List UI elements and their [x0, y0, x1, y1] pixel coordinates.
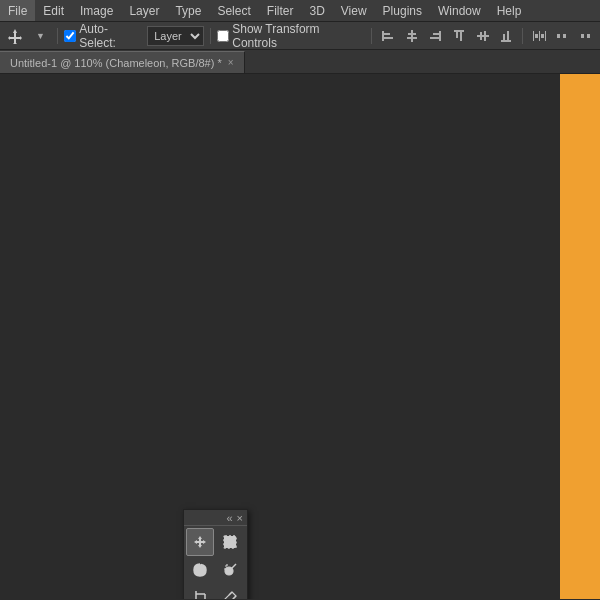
svg-rect-11 [456, 32, 458, 38]
options-bar: ▼ Auto-Select: Layer Group Show Transfor… [0, 22, 600, 50]
canvas-orange [560, 74, 600, 599]
options-sep-1 [57, 28, 58, 44]
svg-rect-26 [581, 34, 584, 38]
menu-image[interactable]: Image [72, 0, 121, 21]
align-right-edges-btn[interactable] [425, 26, 445, 46]
menu-window[interactable]: Window [430, 0, 489, 21]
svg-rect-6 [407, 37, 417, 39]
options-move-icon[interactable] [4, 25, 26, 47]
tab-label: Untitled-1 @ 110% (Chameleon, RGB/8#) * [10, 57, 222, 69]
svg-rect-18 [507, 31, 509, 40]
menu-file[interactable]: File [0, 0, 35, 21]
svg-rect-12 [460, 32, 462, 41]
options-sep-2 [210, 28, 211, 44]
distribute-left-btn[interactable] [529, 26, 549, 46]
toolbox-header: « × [184, 510, 247, 526]
tab-bar: Untitled-1 @ 110% (Chameleon, RGB/8#) * … [0, 50, 600, 74]
svg-rect-24 [557, 34, 560, 38]
menu-layer[interactable]: Layer [121, 0, 167, 21]
menu-help[interactable]: Help [489, 0, 530, 21]
svg-rect-7 [439, 31, 441, 41]
menu-edit[interactable]: Edit [35, 0, 72, 21]
options-sep-3 [371, 28, 372, 44]
menu-plugins[interactable]: Plugins [375, 0, 430, 21]
menu-3d[interactable]: 3D [301, 0, 332, 21]
quick-selection-tool-btn[interactable] [216, 556, 244, 584]
toolbox-grid: T [184, 526, 247, 599]
tab-close-btn[interactable]: × [228, 57, 234, 68]
svg-line-41 [233, 596, 236, 599]
svg-line-32 [232, 564, 236, 568]
svg-rect-2 [384, 33, 390, 35]
svg-rect-21 [545, 31, 546, 41]
toolbox-collapse-btn[interactable]: « [226, 512, 232, 524]
svg-line-40 [229, 592, 232, 595]
svg-rect-25 [563, 34, 566, 38]
svg-rect-20 [539, 31, 540, 41]
svg-rect-10 [454, 30, 464, 32]
toolbox: « × [183, 509, 248, 599]
svg-rect-4 [411, 30, 413, 42]
svg-rect-1 [382, 31, 384, 41]
document-tab[interactable]: Untitled-1 @ 110% (Chameleon, RGB/8#) * … [0, 51, 245, 73]
distribute-center-btn[interactable] [553, 26, 573, 46]
svg-rect-16 [501, 40, 511, 42]
crop-tool-btn[interactable] [186, 584, 214, 599]
toolbox-close-btn[interactable]: × [237, 512, 243, 524]
lasso-tool-btn[interactable] [186, 556, 214, 584]
options-dropdown-arrow[interactable]: ▼ [30, 25, 52, 47]
menu-view[interactable]: View [333, 0, 375, 21]
svg-rect-13 [477, 35, 489, 37]
svg-rect-29 [224, 536, 236, 548]
auto-select-label[interactable]: Auto-Select: [64, 22, 143, 50]
align-bottom-edges-btn[interactable] [496, 26, 516, 46]
layer-kind-select[interactable]: Layer Group [147, 26, 204, 46]
svg-rect-17 [503, 34, 505, 40]
options-sep-4 [522, 28, 523, 44]
marquee-tool-btn[interactable] [216, 528, 244, 556]
menu-type[interactable]: Type [167, 0, 209, 21]
auto-select-checkbox[interactable] [64, 30, 76, 42]
svg-rect-5 [408, 33, 416, 35]
svg-marker-28 [194, 536, 206, 548]
distribute-right-btn[interactable] [576, 26, 596, 46]
transform-controls-label[interactable]: Show Transform Controls [217, 22, 365, 50]
svg-rect-23 [541, 34, 544, 38]
svg-rect-27 [587, 34, 590, 38]
menu-filter[interactable]: Filter [259, 0, 302, 21]
svg-rect-15 [484, 31, 486, 41]
svg-rect-3 [384, 37, 393, 39]
align-top-edges-btn[interactable] [449, 26, 469, 46]
svg-rect-19 [533, 31, 534, 41]
eyedropper-tool-btn[interactable] [216, 584, 244, 599]
svg-point-31 [225, 567, 233, 575]
move-tool-btn[interactable] [186, 528, 214, 556]
canvas-area: « × [0, 74, 600, 599]
svg-rect-22 [535, 34, 538, 38]
align-center-v-btn[interactable] [402, 26, 422, 46]
svg-rect-9 [430, 37, 439, 39]
svg-rect-8 [433, 33, 439, 35]
align-center-h-btn[interactable] [473, 26, 493, 46]
menu-bar: File Edit Image Layer Type Select Filter… [0, 0, 600, 22]
menu-select[interactable]: Select [209, 0, 258, 21]
transform-controls-checkbox[interactable] [217, 30, 229, 42]
svg-rect-14 [480, 32, 482, 40]
align-left-edges-btn[interactable] [378, 26, 398, 46]
svg-marker-0 [8, 29, 22, 44]
